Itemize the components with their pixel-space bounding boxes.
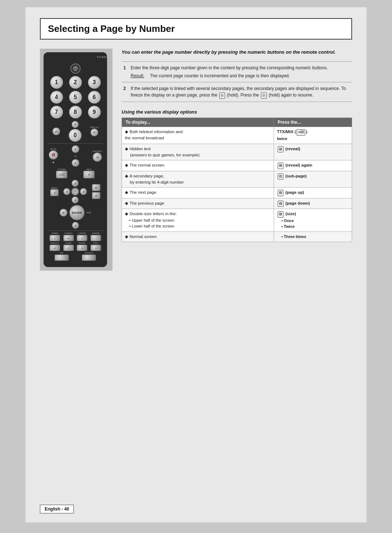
- mute-area: MUTE 🔇 +: [49, 148, 58, 164]
- btn-8[interactable]: 8: [69, 106, 82, 119]
- reveal-again-icon: ⊟: [278, 163, 283, 169]
- sub-bullet-once: • Once: [281, 218, 349, 224]
- btn-turbo[interactable]: ♪♩: [49, 235, 60, 241]
- btn-nav-right[interactable]: >: [80, 188, 87, 195]
- btn-nav-center[interactable]: ↵: [71, 188, 79, 196]
- btn-enter-down[interactable]: ∨: [72, 222, 79, 229]
- btn-nav-up[interactable]: ∧: [72, 180, 79, 187]
- bottom-buttons: TURBO ♪♩ S.MENU ⊟ S.MODE ♩♪ P.MODE: [48, 232, 103, 261]
- step-2-content: If the selected page is linked with seve…: [129, 82, 352, 102]
- option-4-display: ◆A secondary page, by entering its 4-dig…: [122, 171, 274, 188]
- pageup-icon: ⊟: [278, 190, 283, 196]
- btn-dash[interactable]: –/–: [52, 127, 60, 135]
- btn-4[interactable]: 4: [50, 91, 63, 104]
- option-8-display: ◆Normal screen: [122, 231, 274, 242]
- option-3-press: ⊟ (reveal) again: [274, 160, 352, 171]
- btn-pmode[interactable]: ♫: [90, 235, 101, 241]
- btn-2[interactable]: 2: [69, 76, 82, 89]
- btn-right2[interactable]: ⊡: [92, 192, 101, 199]
- diamond-icon-7: ◆: [125, 212, 128, 216]
- display-options-heading: Using the various display options: [122, 109, 352, 115]
- option-row-4: ◆A secondary page, by entering its 4-dig…: [122, 171, 352, 188]
- btn-menu[interactable]: ☰: [50, 189, 59, 196]
- option-1-press: TTX/MIX (≡/☑)twice: [274, 127, 352, 144]
- btn-info[interactable]: ⊙: [83, 171, 95, 179]
- pmode-label: P.MODE: [92, 232, 100, 234]
- options-header-row: To display... Press the...: [122, 118, 352, 127]
- btn-down[interactable]: ∨: [72, 159, 79, 167]
- btn-smenu[interactable]: ⊟: [63, 235, 74, 241]
- btn-ttx-small[interactable]: ⊟: [72, 121, 79, 128]
- nav-row-mid: –: [74, 154, 76, 158]
- option-row-5: ◆The next page ⊟ (page up): [122, 188, 352, 198]
- option-1-display: ◆Both teletext information andthe normal…: [122, 127, 274, 144]
- btn-smode[interactable]: ♩♪: [77, 235, 87, 241]
- intro-text: You can enter the page number directly b…: [122, 49, 352, 56]
- smenu-label: S.MENU: [65, 232, 72, 234]
- pagedown-icon: ⊟: [278, 201, 283, 207]
- option-row-6: ◆The previous page ⊟ (page down): [122, 198, 352, 209]
- mute-label: MUTE: [50, 148, 57, 150]
- step-2-row: 2 If the selected page is linked with se…: [122, 82, 352, 102]
- sleep-label: SLEEP: [79, 242, 86, 244]
- btn-ttxmix[interactable]: ≡/☑: [56, 171, 68, 179]
- option-3-display: ◆The normal screen: [122, 160, 274, 171]
- btn-7[interactable]: 7: [50, 106, 63, 119]
- option-8-press: • Three times: [274, 231, 352, 242]
- enter-area: ⊟ ENTER SIZE: [48, 205, 103, 221]
- option-4-press: ⊡ (sub-page): [274, 171, 352, 188]
- btn-pip[interactable]: [54, 254, 69, 261]
- btn-3[interactable]: 3: [88, 76, 101, 89]
- btn-prech[interactable]: ⟳: [90, 128, 98, 136]
- option-2-display: ◆Hidden text (answers to quiz games, for…: [122, 144, 274, 160]
- btn-1[interactable]: 1: [50, 76, 63, 89]
- diamond-icon: ◆: [125, 130, 128, 134]
- sub-bullet-twice: • Twice: [281, 224, 349, 230]
- btn-9[interactable]: 9: [88, 106, 101, 119]
- btn-sleep[interactable]: ⊟: [77, 245, 87, 251]
- page-title: Selecting a Page by Number: [48, 23, 344, 34]
- right-content: You can enter the page number directly b…: [122, 49, 352, 242]
- bottom-nav-row: –/– ⊟ 0 PRE-CH ⟳: [48, 121, 103, 142]
- option-row-3: ◆The normal screen ⊟ (reveal) again: [122, 160, 352, 171]
- btn-5[interactable]: 5: [69, 91, 82, 104]
- option-row-2: ◆Hidden text (answers to quiz games, for…: [122, 144, 352, 160]
- option-5-display: ◆The next page: [122, 188, 274, 198]
- btn-6[interactable]: 6: [88, 91, 101, 104]
- btn-enter[interactable]: ENTER: [69, 205, 85, 221]
- source-area: SOURCE ⊡: [93, 150, 102, 162]
- btn-row-2: DUAL HI ⊟ P.SIZE ⊡ SLEEP ⊟ STILL: [48, 242, 103, 251]
- step-1-row: 1 Enter the three-digit page number give…: [122, 61, 352, 82]
- hold-icon-2: ⊟: [261, 93, 267, 99]
- remote-top: [48, 59, 103, 74]
- btn-up[interactable]: ∧: [72, 145, 79, 153]
- power-button[interactable]: [70, 63, 81, 74]
- btn-left-side[interactable]: ⊟: [60, 209, 68, 217]
- dualhi-label: DUAL HI: [51, 242, 59, 244]
- btn-right1[interactable]: ⊟: [92, 184, 101, 191]
- turbo-label: TURBO: [51, 232, 58, 234]
- sub-bullet-lower: • Lower half of the screen: [129, 223, 271, 229]
- diamond-icon-8: ◆: [125, 234, 128, 239]
- btn-still[interactable]: ⊙: [90, 245, 101, 251]
- hold-icon-1: ⊟: [219, 93, 225, 99]
- option-row-1: ◆Both teletext information andthe normal…: [122, 127, 352, 144]
- btn-nav-left[interactable]: <: [63, 188, 70, 195]
- btn-nav-down[interactable]: ∨: [72, 196, 79, 204]
- ttxmix-btn-icon: ≡/☑: [297, 129, 305, 136]
- footer-text: English - 40: [45, 507, 69, 512]
- subpage-icon: ⊡: [278, 173, 283, 180]
- btn-psize[interactable]: ⊡: [63, 245, 74, 251]
- option-5-press: ⊟ (page up): [274, 188, 352, 198]
- btn-source2[interactable]: [82, 254, 96, 261]
- btn-0[interactable]: 0: [69, 129, 82, 142]
- btn-mute[interactable]: 🔇: [49, 150, 58, 160]
- option-6-display: ◆The previous page: [122, 198, 274, 209]
- btn-dualhi[interactable]: ⊟: [49, 245, 60, 251]
- size-icon: ⊟: [278, 211, 283, 218]
- content-area: POWER 1 2 3 4 5: [40, 49, 352, 271]
- page: Selecting a Page by Number POWER: [25, 7, 367, 522]
- btn-source[interactable]: ⊡: [93, 152, 102, 162]
- step-1-number: 1: [122, 61, 129, 82]
- power-label: POWER: [75, 56, 130, 58]
